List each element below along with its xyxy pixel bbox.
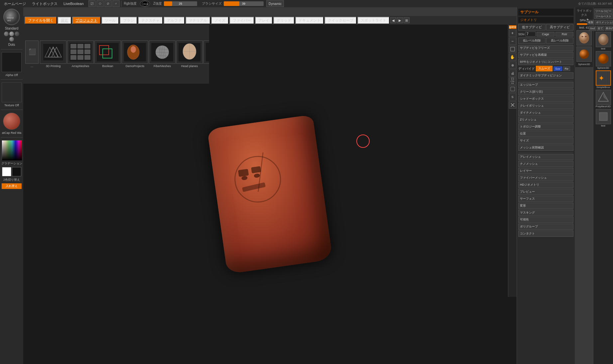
topology-btn[interactable]: トポロジー調整 [518,124,573,130]
suv-btn[interactable]: Suv [553,66,562,71]
dynamesh-btn[interactable]: ダイナメッシュ [518,110,573,116]
display-only-btn[interactable]: 表示のみ [605,26,613,31]
fiber-btn[interactable]: ファイバー [229,17,254,24]
spix-head-thumb[interactable] [576,30,592,46]
tool-copy-btn[interactable]: ツールコピー [594,9,613,14]
tool-thumb-test1[interactable]: test [595,32,612,50]
goz-btn[interactable]: GoZ [589,26,596,31]
deform-btn[interactable]: 変形 [518,203,573,209]
project-item-headplanes[interactable]: Head planes [176,41,203,68]
alpha-off-display[interactable] [2,52,22,72]
file-open-btn[interactable]: ファイルを開く [25,17,57,24]
color-swap-btn[interactable]: 入れ替え [2,183,22,189]
tool-btn[interactable]: ツール [101,17,119,24]
color-picker[interactable] [2,140,22,160]
brush-size-slider[interactable]: 39 [224,1,264,6]
tool-thumb-test2[interactable]: test [595,109,612,127]
position-btn[interactable]: 位置 [518,131,573,137]
dynamic-subdiv-btn[interactable]: ダイナミックサブディビジョン [518,72,573,79]
polygroup-btn[interactable]: ポリグループ [518,224,573,230]
subtool-header[interactable]: サブツール [518,9,573,16]
scale-mode-btn[interactable] [104,0,112,7]
nav-forward-btn[interactable]: ▶ [397,17,403,23]
size-btn[interactable]: サイズ [518,137,573,144]
grid-btn[interactable]: グリッド [273,17,295,24]
rotate-mode-btn[interactable]: ↺ [112,0,120,7]
xpose-btn[interactable] [509,101,516,109]
geometry-section-header[interactable]: ジオメトリ [518,17,573,23]
contact-btn[interactable]: コンタクト [518,230,573,237]
tool-thumb-simplebrush[interactable]: ✦ SimpleBrus [595,70,612,89]
edge-loop-btn[interactable]: エッジループ [518,82,573,88]
noise-btn[interactable]: ノイズ [211,17,229,24]
high-delete-btn[interactable]: 高レベル削除 [546,38,573,44]
freeze-subdiv-btn[interactable]: サブディビをフリーズ [518,45,573,51]
zremesh-btn[interactable]: Zリメッシュ [518,117,573,123]
project-item-boolean[interactable]: Boolean [94,41,121,68]
crease-btn[interactable]: クリース(折り目) [518,89,573,95]
high-subdiv-btn[interactable]: 高サブディビ [546,24,573,31]
transparent-btn[interactable] [509,85,516,93]
tool-best-btn[interactable]: ツールベスト [594,14,613,19]
qrxyz-btn[interactable]: QrXYZ [509,25,516,29]
project-item-demoprojects[interactable]: DemoProjects [122,41,148,68]
line-fill-btn[interactable]: Line Fill [509,77,516,85]
draw-mode-btn[interactable] [88,0,96,7]
low-delete-btn[interactable]: 低レベル削除 [518,38,546,44]
nano-mesh-btn[interactable]: ナノメッシュ [518,161,573,167]
low-subdiv-btn[interactable]: 低サブディビ [518,24,546,31]
project-item-fibermeshes[interactable]: FiberMeshes [149,41,176,68]
hand-btn[interactable]: ✋ [509,53,516,61]
alpha-btn[interactable]: アルファ [164,17,185,24]
project-btn[interactable]: プロジェクト [72,17,101,24]
visibility-btn[interactable]: 可視性 [518,217,573,223]
preview-btn[interactable]: プレビュー [518,189,573,195]
brush-btn[interactable]: ブラシ [120,17,137,24]
clay-polish-btn[interactable]: クレイポリッシュ [518,103,573,109]
array-btn[interactable]: アレイ [255,17,273,24]
project-item-3dprinting[interactable]: 3D Printing [40,41,66,68]
cage-btn[interactable]: Cage [537,32,554,37]
recent-btn[interactable]: 最近 [58,17,71,24]
material-btn[interactable]: マテリアル [185,17,210,24]
zoom-circle-btn[interactable]: ⊕ [509,61,516,69]
print-btn[interactable]: 🖨 [509,69,516,77]
project-item-arraymeshes[interactable]: ArrayMeshes [67,41,94,68]
menu-liveboolean[interactable]: LiveBoolean [61,1,86,6]
mesh-status-btn[interactable]: メッシュ状態確認 [518,144,573,151]
frame-btn[interactable] [509,46,516,53]
texture-btn[interactable]: テクスチャ [138,17,163,24]
hd-geo-btn[interactable]: HDジオメトリ [518,182,573,188]
sdiv-input[interactable] [526,32,536,37]
reconstruct-subdiv-btn[interactable]: サブディビを再構築 [518,52,573,58]
white-swatch[interactable] [2,167,11,176]
nav-back-btn[interactable]: ◀ [390,17,396,23]
all-btn[interactable]: 全て [597,26,604,31]
spotlight-btn[interactable]: スポットライト [357,17,390,24]
z-intensity-slider[interactable]: 25 [164,1,197,6]
zoom-down-btn[interactable]: − [509,38,516,45]
material-sphere[interactable] [3,113,20,130]
smooth-btn[interactable]: スムーズ [536,66,552,71]
shadow-box-btn[interactable]: シャドーボックス [518,96,573,102]
fiber-mesh-btn[interactable]: ファイバーメッシュ [518,175,573,181]
nav-up-btn[interactable]: ⊞ [404,17,410,23]
rstr-btn[interactable]: Rstr [555,32,573,37]
quicksave-btn[interactable]: クイックセーブ [324,17,357,24]
menu-homepage[interactable]: ホームページ [1,1,29,7]
project-item-blank[interactable]: ⬛ … [25,41,39,68]
masking-btn[interactable]: マスキング [518,210,573,216]
3d-viewport[interactable] [170,118,370,271]
tool-thumb-polymesh3d[interactable]: PolyMesh3D [595,90,612,108]
dynamic-btn[interactable]: Dynamic [266,0,284,7]
surface-btn[interactable]: サーフェス [518,196,573,202]
menu-lightbox[interactable]: ライトボックス [29,1,60,7]
black-swatch[interactable] [12,167,21,176]
texture-off-display[interactable] [2,82,22,102]
document-btn[interactable]: ドキュメント [295,17,324,24]
spix-sphere-thumb[interactable] [576,46,592,62]
layer-btn[interactable]: レイヤー [518,168,573,174]
move-mode-btn[interactable] [96,0,104,7]
re-btn[interactable]: Re [563,66,570,71]
bpr-to-geo-btn[interactable]: BPRをジオメトリにコンバート [518,59,573,65]
